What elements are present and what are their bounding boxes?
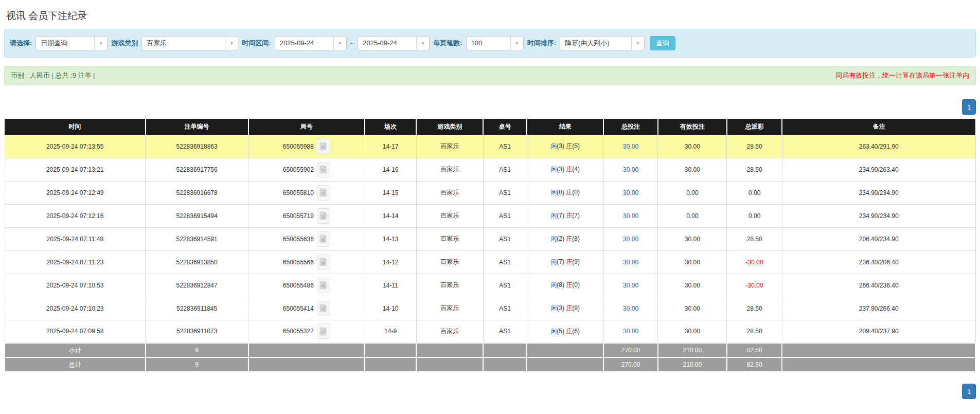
cell-remark: 234.90/234.90 [782, 181, 975, 204]
cell-table-no: AS1 [483, 320, 527, 343]
video-replay-button[interactable] [317, 139, 330, 154]
table-row: 2025-09-24 07:10:53522836912847650055486… [5, 274, 975, 297]
column-header: 桌号 [483, 119, 527, 135]
column-header: 场次 [365, 119, 416, 135]
table-row: 2025-09-24 07:10:23522836911845650055414… [5, 297, 975, 320]
cell-session: 14-14 [365, 204, 416, 227]
total-bet-link[interactable]: 30.00 [623, 305, 638, 312]
cell-time: 2025-09-24 07:10:53 [5, 274, 146, 297]
table-row: 2025-09-24 07:13:21522836917756650055902… [5, 158, 975, 181]
banker-score: (6) [572, 328, 580, 335]
summary-empty [365, 357, 416, 372]
summary-valid-bet: 210.00 [658, 357, 727, 372]
total-bet-link[interactable]: 30.00 [623, 143, 638, 150]
payout-value: 28.50 [747, 305, 762, 312]
date-from-select[interactable]: 2025-09-24 ▼ [275, 36, 347, 50]
chevron-down-icon: ▼ [94, 37, 107, 50]
cell-round-id: 650055636 [248, 227, 365, 250]
round-id-text: 650055327 [283, 328, 314, 335]
table-row: 2025-09-24 07:12:16522836915494650055719… [5, 204, 975, 227]
payout-value: -30.00 [746, 282, 763, 289]
summary-empty [483, 357, 527, 372]
page-size-value: 100 [467, 37, 510, 50]
cell-result: 闲(0) 庄(0) [527, 181, 603, 204]
video-replay-icon [319, 281, 327, 290]
game-type-value: 百家乐 [142, 37, 225, 50]
video-replay-icon [319, 165, 327, 174]
player-result-label: 闲 [550, 258, 557, 265]
total-bet-link[interactable]: 30.00 [623, 236, 638, 243]
total-bet-link[interactable]: 30.00 [623, 259, 638, 266]
cell-valid-bet: 30.00 [658, 158, 727, 181]
cell-result: 闲(2) 庄(8) [527, 227, 603, 250]
banker-score: (5) [572, 142, 580, 150]
summary-total-bet: 270.00 [603, 357, 658, 372]
cell-bet-id: 522836913850 [146, 250, 248, 274]
table-body: 2025-09-24 07:13:55522836918863650055988… [5, 135, 975, 372]
round-id-text: 650055988 [283, 143, 314, 150]
banker-result-label: 庄 [566, 235, 572, 242]
banker-score: (4) [572, 166, 580, 173]
summary-empty [248, 343, 365, 357]
cell-payout: 28.50 [727, 158, 782, 181]
total-bet-link[interactable]: 30.00 [623, 166, 638, 173]
video-replay-button[interactable] [317, 185, 330, 201]
video-replay-button[interactable] [317, 278, 330, 293]
search-button[interactable]: 查询 [650, 36, 675, 50]
cell-time: 2025-09-24 07:12:16 [5, 204, 146, 227]
page-size-select[interactable]: 100 ▼ [466, 36, 524, 50]
video-replay-button[interactable] [317, 255, 330, 270]
total-bet-link[interactable]: 30.00 [623, 189, 638, 196]
cell-result: 闲(3) 庄(5) [527, 135, 603, 158]
page-1-button[interactable]: 1 [962, 384, 976, 399]
player-score: (0) [557, 189, 566, 196]
cell-bet-id: 522836911073 [146, 320, 248, 343]
cell-remark: 263.40/291.90 [782, 135, 975, 158]
video-replay-button[interactable] [317, 301, 330, 316]
date-to-select[interactable]: 2025-09-24 ▼ [358, 36, 430, 50]
cell-table-no: AS1 [483, 274, 527, 297]
player-result-label: 闲 [550, 166, 557, 173]
banker-result-label: 庄 [566, 212, 572, 219]
total-bet-link[interactable]: 30.00 [623, 212, 638, 220]
query-mode-select[interactable]: 日期查询 ▼ [35, 36, 108, 50]
cell-game-type: 百家乐 [416, 274, 483, 297]
cell-round-id: 650055988 [248, 135, 365, 158]
cell-total-bet: 30.00 [603, 158, 658, 181]
video-replay-button[interactable] [317, 231, 330, 247]
game-type-select[interactable]: 百家乐 ▼ [141, 36, 238, 50]
video-replay-button[interactable] [317, 323, 330, 339]
video-replay-button[interactable] [317, 162, 330, 177]
cell-session: 14-15 [365, 181, 416, 204]
cell-total-bet: 30.00 [603, 250, 658, 274]
cell-game-type: 百家乐 [416, 158, 483, 181]
cell-remark: 237.90/266.40 [782, 297, 975, 320]
time-sort-select[interactable]: 降幂(由大到小) ▼ [560, 36, 645, 50]
subtotal-row: 小计9270.00210.0082.50 [5, 343, 975, 357]
banker-score: (7) [572, 212, 580, 219]
cell-total-bet: 30.00 [603, 135, 658, 158]
cell-time: 2025-09-24 07:12:49 [5, 181, 146, 204]
cell-payout: -30.00 [727, 274, 782, 297]
round-id-group: 650055414 [283, 301, 330, 316]
page-1-button[interactable]: 1 [962, 99, 976, 115]
cell-bet-id: 522836914591 [146, 227, 248, 250]
player-result-label: 闲 [550, 189, 557, 196]
cell-result: 闲(8) 庄(0) [527, 274, 603, 297]
cell-valid-bet: 30.00 [658, 227, 727, 250]
cell-game-type: 百家乐 [416, 297, 483, 320]
cell-total-bet: 30.00 [603, 227, 658, 250]
cell-remark: 234.90/234.90 [782, 204, 975, 227]
summary-label: 小计 [5, 343, 146, 357]
column-header: 时间 [5, 119, 146, 135]
total-bet-link[interactable]: 30.00 [623, 282, 638, 289]
summary-total-bet: 270.00 [603, 343, 658, 357]
payout-value: 0.00 [749, 189, 760, 196]
pagination-top: 1 [4, 99, 976, 115]
video-replay-button[interactable] [317, 208, 330, 224]
cell-table-no: AS1 [483, 250, 527, 274]
total-bet-link[interactable]: 30.00 [623, 328, 638, 335]
cell-session: 14-9 [365, 320, 416, 343]
cell-valid-bet: 30.00 [658, 135, 727, 158]
cell-round-id: 650055566 [248, 250, 365, 274]
